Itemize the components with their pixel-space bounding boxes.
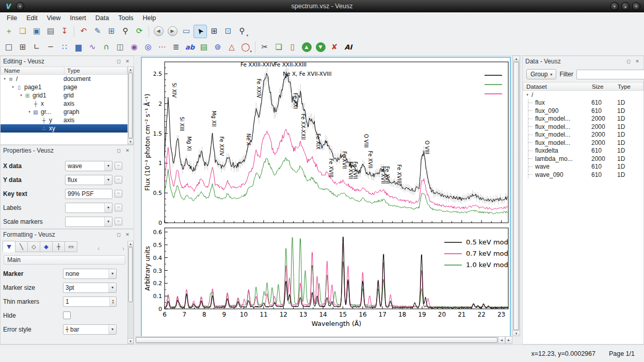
- tree-item-x[interactable]: ┼xaxis: [1, 100, 127, 108]
- scrollbar-track[interactable]: [127, 72, 134, 139]
- tree-item-grid1[interactable]: ▾⊞grid1grid: [1, 91, 127, 100]
- dataset-row-flux-090[interactable]: flux_0906101D: [523, 107, 643, 115]
- copy-widget-button[interactable]: ❏: [272, 41, 285, 54]
- insert-image-button[interactable]: ◉: [127, 41, 141, 54]
- tree-item-y[interactable]: ┼yaxis: [1, 116, 127, 124]
- labels-combobox[interactable]: ▾: [65, 203, 112, 213]
- dataset-row-flux[interactable]: flux6101D: [523, 99, 643, 107]
- spin-down-icon[interactable]: ▾: [112, 302, 114, 304]
- scroll-right-icon[interactable]: ▸: [505, 336, 512, 344]
- window-minimize-button[interactable]: ▾: [610, 2, 619, 10]
- key-text-text-field[interactable]: 99% PSF: [65, 189, 112, 199]
- zoom-menu-button[interactable]: ⚲▾: [235, 25, 249, 38]
- insert-page-button[interactable]: □: [2, 41, 15, 54]
- dataset-row-wave[interactable]: wave6101D: [523, 163, 643, 171]
- tab-plot-line[interactable]: ╲: [15, 241, 28, 252]
- dataset-row-fluxdelta[interactable]: fluxdelta6101D: [523, 147, 643, 155]
- insert-polar-graph-button[interactable]: ⊚: [211, 41, 224, 54]
- tab-key[interactable]: ▭: [65, 241, 77, 252]
- dataset-root-row[interactable]: ▾ /: [523, 91, 643, 99]
- menu-help[interactable]: Help: [138, 13, 160, 23]
- insert-ternary-graph-button[interactable]: △: [225, 41, 238, 54]
- scroll-up-icon[interactable]: ▴: [127, 241, 134, 246]
- scrollbar-track[interactable]: [135, 336, 498, 344]
- window-menu-button[interactable]: ▾: [16, 2, 24, 10]
- dock-float-icon[interactable]: ◻: [625, 58, 632, 65]
- open-document-button[interactable]: ❏: [16, 25, 29, 38]
- scrollbar-track[interactable]: [512, 61, 520, 331]
- insert-axis-button[interactable]: ─: [44, 41, 57, 54]
- expander-icon[interactable]: ▾: [27, 110, 32, 114]
- spectrum-plot[interactable]: 00.511.522.500.10.20.30.40.50.6678910111…: [142, 58, 510, 339]
- tab-scroll-right-icon[interactable]: ›: [120, 245, 126, 252]
- column-size[interactable]: Size: [592, 84, 603, 90]
- expander-icon[interactable]: ▾: [2, 77, 7, 81]
- more-button[interactable]: ..: [115, 176, 122, 184]
- print-document-button[interactable]: ▤: [44, 25, 57, 38]
- plot-horizontal-scrollbar[interactable]: ◂ ▸: [135, 336, 512, 344]
- undo-button[interactable]: ↶: [77, 25, 90, 38]
- save-document-button[interactable]: ▣: [30, 25, 43, 38]
- tree-item-xy[interactable]: ∴xy: [1, 124, 127, 133]
- dock-float-icon[interactable]: ◻: [115, 231, 122, 238]
- cut-widget-button[interactable]: ✂: [258, 41, 271, 54]
- tab-main[interactable]: ▼: [3, 241, 15, 252]
- insert-fit-button[interactable]: ∿: [86, 41, 99, 54]
- error-style-combobox[interactable]: ┼bar▾: [63, 324, 117, 335]
- tab-scroll-left-icon[interactable]: ‹: [95, 245, 102, 252]
- scale-markers-combobox[interactable]: ▾: [65, 217, 112, 227]
- group-button[interactable]: Group ▾: [526, 69, 556, 79]
- scroll-down-icon[interactable]: ▾: [127, 338, 134, 344]
- dock-close-icon[interactable]: ✕: [634, 58, 641, 65]
- move-widget-up-button[interactable]: ▲: [300, 41, 313, 54]
- read-data-points-button[interactable]: ⊞: [207, 25, 221, 38]
- plot-vertical-scrollbar[interactable]: ▴ ▾: [512, 56, 520, 336]
- more-button[interactable]: ..: [115, 190, 122, 198]
- scroll-down-icon[interactable]: ▾: [127, 139, 134, 144]
- insert-graph-button[interactable]: ∟: [30, 41, 43, 54]
- reload-data-button[interactable]: ⟳: [133, 25, 146, 38]
- scrollbar-thumb[interactable]: [136, 337, 497, 343]
- menu-file[interactable]: File: [2, 13, 22, 23]
- next-page-button[interactable]: ▶: [166, 25, 179, 38]
- dataset-row-flux-model[interactable]: flux_model...20001D: [523, 123, 643, 131]
- paste-widget-button[interactable]: ▯: [286, 41, 299, 54]
- scroll-up-icon[interactable]: ▴: [512, 56, 520, 61]
- insert-xy-button[interactable]: ∷: [58, 41, 71, 54]
- marker-size-combobox[interactable]: 3pt▾: [63, 283, 117, 293]
- examine-data-button[interactable]: ⚲: [119, 25, 132, 38]
- tab-marker-fill[interactable]: ◆: [40, 241, 53, 252]
- export-graphics-button[interactable]: ↧: [58, 25, 71, 38]
- column-dataset[interactable]: Dataset: [526, 84, 547, 90]
- edit-custom-definitions-button[interactable]: ✎: [91, 25, 104, 38]
- insert-grid-button[interactable]: ⊞: [16, 41, 29, 54]
- column-type[interactable]: Type: [618, 84, 631, 90]
- insert-text-label-button[interactable]: ab: [183, 41, 197, 54]
- hide-checkbox[interactable]: [63, 311, 71, 319]
- create-dataset-button[interactable]: ⊞: [105, 25, 118, 38]
- insert-contour-button[interactable]: ◎: [141, 41, 155, 54]
- dataset-row-lambda-mo[interactable]: lambda_mo...20001D: [523, 155, 643, 163]
- tree-item-gr[interactable]: ▾▧gr...graph: [1, 108, 127, 116]
- scroll-up-icon[interactable]: ▴: [127, 67, 134, 72]
- scrollbar-thumb[interactable]: [128, 73, 133, 138]
- zoom-into-graph-button[interactable]: ⊡: [221, 25, 235, 38]
- dock-close-icon[interactable]: ✕: [124, 147, 131, 154]
- plot-page[interactable]: 00.511.522.500.10.20.30.40.50.6678910111…: [141, 57, 511, 339]
- more-button[interactable]: ..: [115, 162, 122, 170]
- filter-input[interactable]: [576, 70, 644, 79]
- tree-item-root[interactable]: ▾≣/document: [1, 75, 127, 83]
- dock-close-icon[interactable]: ✕: [124, 231, 131, 238]
- dock-float-icon[interactable]: ◻: [115, 147, 122, 154]
- menu-edit[interactable]: Edit: [22, 13, 42, 23]
- tab-error-bar[interactable]: ┼: [52, 241, 65, 252]
- y-data-combobox[interactable]: flux▾: [65, 175, 112, 185]
- window-maximize-button[interactable]: ▴: [621, 2, 630, 10]
- tree-item-page1[interactable]: ▾▯page1page: [1, 83, 127, 91]
- dataset-row-wave-090[interactable]: wave_0906101D: [523, 171, 643, 179]
- column-type[interactable]: Type: [64, 67, 80, 74]
- scrollbar-track[interactable]: [127, 246, 134, 338]
- expander-icon[interactable]: ▾: [525, 93, 530, 97]
- insert-datapoint-list-button[interactable]: ≣: [169, 41, 183, 54]
- dataset-row-flux-model[interactable]: flux_model...20001D: [523, 139, 643, 147]
